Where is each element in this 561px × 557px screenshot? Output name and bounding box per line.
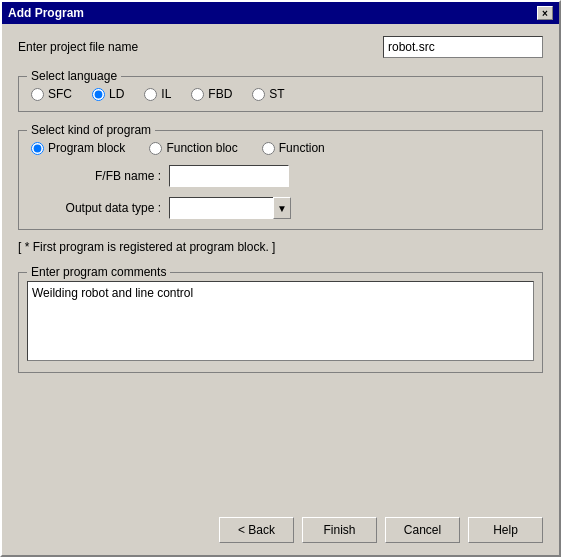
fb-name-input[interactable]: [169, 165, 289, 187]
kind-radios: Program block Function bloc Function: [31, 141, 530, 155]
lang-ld-label: LD: [109, 87, 124, 101]
kind-program-block-radio[interactable]: [31, 142, 44, 155]
kind-group-title: Select kind of program: [27, 123, 155, 137]
lang-st[interactable]: ST: [252, 87, 284, 101]
kind-function-label: Function: [279, 141, 325, 155]
output-type-input[interactable]: [169, 197, 273, 219]
comments-group-title: Enter program comments: [27, 265, 170, 279]
help-button[interactable]: Help: [468, 517, 543, 543]
note: [ * First program is registered at progr…: [18, 240, 543, 254]
lang-st-radio[interactable]: [252, 88, 265, 101]
close-button[interactable]: ×: [537, 6, 553, 20]
comments-group: Enter program comments: [18, 272, 543, 373]
language-group-title: Select language: [27, 69, 121, 83]
lang-fbd-radio[interactable]: [191, 88, 204, 101]
dialog-content: Enter project file name Select language …: [2, 24, 559, 509]
lang-sfc[interactable]: SFC: [31, 87, 72, 101]
lang-st-label: ST: [269, 87, 284, 101]
language-group: Select language SFC LD IL FBD: [18, 76, 543, 112]
output-type-dropdown-btn[interactable]: ▼: [273, 197, 291, 219]
kind-function-bloc-radio[interactable]: [149, 142, 162, 155]
lang-sfc-radio[interactable]: [31, 88, 44, 101]
lang-fbd-label: FBD: [208, 87, 232, 101]
comments-textarea[interactable]: [27, 281, 534, 361]
kind-function-bloc[interactable]: Function bloc: [149, 141, 237, 155]
lang-il-radio[interactable]: [144, 88, 157, 101]
cancel-button[interactable]: Cancel: [385, 517, 460, 543]
output-type-label: Output data type :: [39, 201, 169, 215]
button-row: < Back Finish Cancel Help: [2, 509, 559, 555]
kind-grid: Program block Function bloc Function F/F…: [31, 141, 530, 219]
lang-ld[interactable]: LD: [92, 87, 124, 101]
project-file-input[interactable]: [383, 36, 543, 58]
lang-sfc-label: SFC: [48, 87, 72, 101]
title-bar: Add Program ×: [2, 2, 559, 24]
back-button[interactable]: < Back: [219, 517, 294, 543]
kind-program-block[interactable]: Program block: [31, 141, 125, 155]
lang-il[interactable]: IL: [144, 87, 171, 101]
kind-program-block-label: Program block: [48, 141, 125, 155]
kind-function-bloc-label: Function bloc: [166, 141, 237, 155]
note-text: [ * First program is registered at progr…: [18, 240, 275, 254]
language-radio-row: SFC LD IL FBD ST: [31, 87, 530, 101]
project-file-label: Enter project file name: [18, 40, 138, 54]
finish-button[interactable]: Finish: [302, 517, 377, 543]
fb-name-label: F/FB name :: [39, 169, 169, 183]
project-file-row: Enter project file name: [18, 36, 543, 58]
window-title: Add Program: [8, 6, 84, 20]
add-program-dialog: Add Program × Enter project file name Se…: [0, 0, 561, 557]
output-type-wrapper: ▼: [169, 197, 329, 219]
kind-function[interactable]: Function: [262, 141, 325, 155]
lang-fbd[interactable]: FBD: [191, 87, 232, 101]
kind-function-radio[interactable]: [262, 142, 275, 155]
lang-il-label: IL: [161, 87, 171, 101]
lang-ld-radio[interactable]: [92, 88, 105, 101]
kind-group: Select kind of program Program block Fun…: [18, 130, 543, 230]
